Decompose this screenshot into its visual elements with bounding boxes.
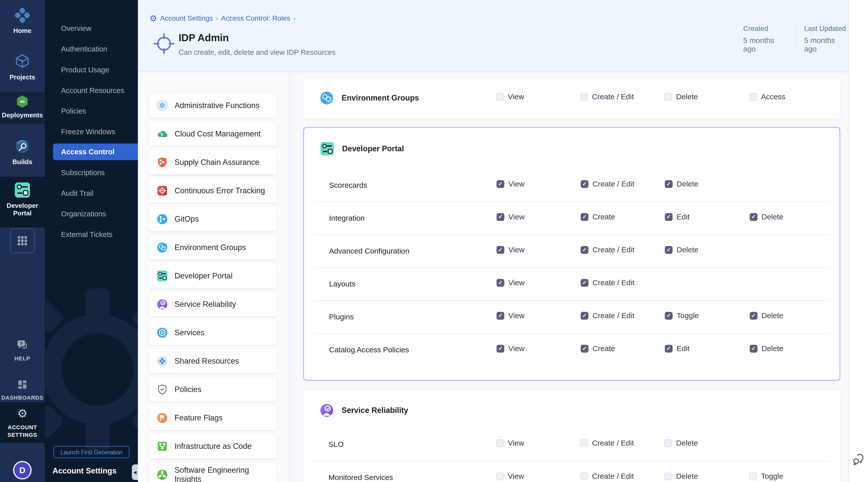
permission-access[interactable]: Access — [749, 92, 785, 101]
checkbox[interactable] — [750, 312, 757, 320]
permission-toggle[interactable]: Toggle — [749, 472, 783, 481]
module-card-services[interactable]: Services — [149, 321, 277, 345]
checkbox[interactable] — [580, 473, 588, 480]
permission-view[interactable]: View — [497, 180, 524, 188]
permission-view[interactable]: View — [497, 213, 524, 221]
permission-view[interactable]: View — [496, 472, 524, 481]
projects-icon[interactable] — [0, 53, 45, 70]
module-card-administrative-functions[interactable]: ⚙ Administrative Functions — [149, 93, 277, 118]
sidebar-item-projects[interactable]: Projects — [0, 73, 45, 81]
permission-view[interactable]: View — [497, 245, 524, 254]
permission-create-edit[interactable]: Create / Edit — [580, 472, 634, 481]
checkbox[interactable] — [497, 180, 504, 188]
checkbox[interactable] — [581, 312, 588, 320]
permission-create-edit[interactable]: Create / Edit — [581, 278, 634, 287]
module-card-continuous-error-tracking[interactable]: Continuous Error Tracking — [149, 178, 277, 203]
permission-delete[interactable]: Delete — [665, 180, 699, 188]
sidebar-item-builds[interactable]: Builds — [0, 158, 45, 165]
checkbox[interactable] — [664, 93, 672, 101]
permission-create[interactable]: Create — [581, 344, 615, 353]
checkbox[interactable] — [496, 439, 504, 447]
permission-delete[interactable]: Delete — [664, 92, 698, 101]
nav-item-audit-trail[interactable]: Audit Trail — [45, 183, 138, 204]
module-card-developer-portal[interactable]: Developer Portal — [149, 264, 277, 288]
permission-toggle[interactable]: Toggle — [665, 311, 699, 320]
module-card-infrastructure-as-code[interactable]: Infrastructure as Code — [149, 434, 277, 458]
permission-edit[interactable]: Edit — [665, 344, 690, 353]
deployments-icon[interactable]: ∞ — [0, 94, 45, 110]
permission-delete[interactable]: Delete — [750, 311, 783, 320]
dashboards-icon[interactable] — [0, 379, 45, 392]
sidebar-item-help[interactable]: HELP — [0, 355, 45, 362]
permission-delete[interactable]: Delete — [750, 344, 783, 353]
permission-delete[interactable]: Delete — [750, 213, 783, 221]
permission-create-edit[interactable]: Create / Edit — [580, 92, 634, 101]
sidebar-collapse-button[interactable]: ◀ — [132, 464, 138, 480]
chat-help-icon[interactable] — [851, 452, 866, 468]
nav-item-policies[interactable]: Policies — [45, 101, 138, 121]
checkbox[interactable] — [581, 279, 588, 287]
sidebar-item-dashboards[interactable]: DASHBOARDS — [0, 394, 45, 401]
sidebar-item-deployments[interactable]: Deployments — [0, 111, 45, 119]
checkbox[interactable] — [581, 246, 588, 254]
nav-item-access-control[interactable]: Access Control — [53, 144, 138, 160]
module-card-supply-chain-assurance[interactable]: Supply Chain Assurance — [149, 150, 277, 174]
checkbox[interactable] — [497, 279, 504, 287]
checkbox[interactable] — [664, 439, 672, 447]
checkbox[interactable] — [581, 345, 588, 353]
home-logo-icon[interactable] — [0, 7, 45, 25]
checkbox[interactable] — [580, 439, 588, 447]
checkbox[interactable] — [497, 312, 504, 320]
permission-view[interactable]: View — [496, 92, 524, 101]
sidebar-item-account-settings[interactable]: ACCOUNT SETTINGS — [0, 424, 45, 439]
builds-icon[interactable] — [0, 139, 45, 155]
nav-item-overview[interactable]: Overview — [45, 18, 138, 39]
module-card-gitops[interactable]: GitOps — [149, 207, 277, 231]
module-card-service-reliability[interactable]: Service Reliability — [149, 292, 277, 317]
checkbox[interactable] — [496, 93, 504, 101]
permission-delete[interactable]: Delete — [665, 245, 699, 254]
launch-first-generation-button[interactable]: Launch First Generation — [54, 446, 129, 458]
user-avatar[interactable]: D — [13, 461, 32, 480]
module-picker-button[interactable] — [10, 229, 35, 253]
checkbox[interactable] — [497, 345, 504, 353]
nav-item-organizations[interactable]: Organizations — [45, 204, 138, 224]
checkbox[interactable] — [581, 213, 588, 221]
nav-item-account-resources[interactable]: Account Resources — [45, 80, 138, 101]
permission-create-edit[interactable]: Create / Edit — [580, 439, 634, 447]
checkbox[interactable] — [750, 213, 757, 221]
checkbox[interactable] — [580, 93, 588, 101]
permission-create-edit[interactable]: Create / Edit — [581, 311, 634, 320]
nav-item-authentication[interactable]: Authentication — [45, 39, 138, 59]
permission-create-edit[interactable]: Create / Edit — [581, 180, 634, 188]
permission-create[interactable]: Create — [581, 213, 615, 221]
permission-view[interactable]: View — [497, 344, 524, 353]
nav-item-subscriptions[interactable]: Subscriptions — [45, 162, 138, 183]
sidebar-item-home[interactable]: Home — [0, 27, 45, 34]
breadcrumb-account-settings[interactable]: Account Settings — [160, 14, 213, 22]
developer-portal-icon[interactable] — [0, 182, 45, 199]
nav-item-product-usage[interactable]: Product Usage — [45, 60, 138, 80]
module-card-shared-resources[interactable]: Shared Resources — [149, 349, 277, 373]
checkbox[interactable] — [497, 246, 504, 254]
checkbox[interactable] — [581, 180, 588, 188]
module-card-feature-flags[interactable]: Feature Flags — [149, 405, 277, 430]
gear-icon[interactable]: ⚙ — [0, 408, 45, 419]
permission-create-edit[interactable]: Create / Edit — [581, 245, 634, 254]
checkbox[interactable] — [749, 93, 757, 101]
nav-item-external-tickets[interactable]: External Tickets — [45, 224, 138, 245]
checkbox[interactable] — [496, 473, 504, 480]
checkbox[interactable] — [497, 213, 504, 221]
permission-view[interactable]: View — [497, 278, 524, 287]
permission-delete[interactable]: Delete — [664, 439, 698, 447]
checkbox[interactable] — [749, 473, 757, 480]
checkbox[interactable] — [665, 180, 673, 188]
module-card-software-engineering-insights[interactable]: Software Engineering Insights — [149, 462, 277, 482]
permission-edit[interactable]: Edit — [665, 213, 690, 221]
nav-item-freeze-windows[interactable]: Freeze Windows — [45, 121, 138, 142]
permission-delete[interactable]: Delete — [664, 472, 698, 481]
checkbox[interactable] — [665, 345, 673, 353]
module-card-cloud-cost-management[interactable]: $ Cloud Cost Management — [149, 122, 277, 146]
breadcrumb-access-control-roles[interactable]: Access Control: Roles — [221, 14, 290, 22]
permission-view[interactable]: View — [496, 439, 524, 447]
